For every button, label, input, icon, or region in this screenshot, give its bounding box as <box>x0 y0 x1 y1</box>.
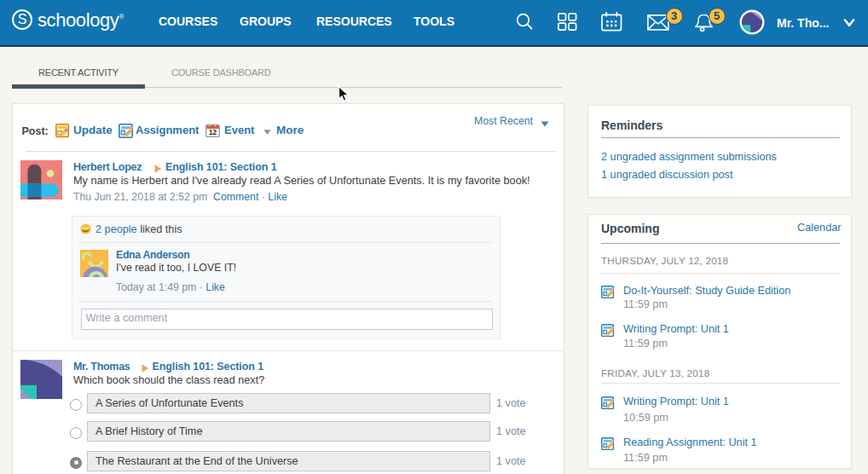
svg-text:12: 12 <box>208 129 217 136</box>
